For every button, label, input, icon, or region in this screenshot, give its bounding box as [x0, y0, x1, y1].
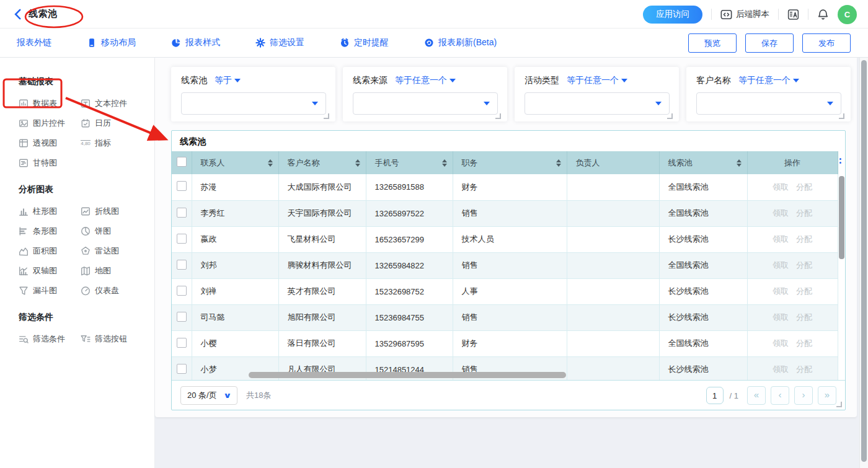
sort-icon[interactable]: [268, 159, 273, 167]
toolbar-tab-mobile-layout[interactable]: 移动布局: [87, 37, 136, 48]
row-action-分配[interactable]: 分配: [796, 260, 812, 270]
column-settings-icon[interactable]: [837, 158, 843, 164]
filter-value-select[interactable]: [525, 92, 670, 115]
column-header-负责人[interactable]: 负责人: [567, 151, 659, 174]
row-checkbox[interactable]: [177, 364, 187, 374]
publish-button[interactable]: 发布: [802, 33, 851, 53]
sidebar-item-gantt[interactable]: 甘特图: [19, 153, 81, 173]
toolbar-tab-report-refresh[interactable]: 报表刷新(Beta): [424, 37, 497, 48]
row-checkbox[interactable]: [177, 208, 187, 218]
text-widget-icon: [81, 99, 91, 108]
sidebar-item-radar-chart[interactable]: 雷达图: [81, 241, 143, 261]
row-checkbox[interactable]: [177, 338, 187, 348]
filter-value-select[interactable]: [353, 92, 498, 115]
bell-icon[interactable]: [817, 9, 829, 20]
sidebar-item-filter-button[interactable]: 筛选按钮: [81, 329, 143, 349]
sidebar-item-image-widget[interactable]: 图片控件: [19, 113, 81, 133]
app-access-button[interactable]: 应用访问: [643, 6, 702, 24]
sidebar-item-map-chart[interactable]: 地图: [81, 261, 143, 281]
filter-operator[interactable]: 等于任意一个: [395, 75, 456, 86]
next-page-button[interactable]: ›: [794, 386, 813, 405]
prev-page-button[interactable]: ‹: [771, 386, 789, 405]
sidebar-item-area-chart[interactable]: 面积图: [19, 241, 81, 261]
sidebar-item-dual-axis-chart[interactable]: 双轴图: [19, 261, 81, 281]
row-action-分配[interactable]: 分配: [796, 208, 812, 218]
filter-value-select[interactable]: [181, 92, 326, 115]
caret-down-icon: [312, 102, 318, 105]
row-action-分配[interactable]: 分配: [796, 338, 812, 348]
sidebar-item-filter-condition[interactable]: 筛选条件: [19, 329, 81, 349]
sidebar-item-metric[interactable]: 4,80指标: [81, 133, 143, 153]
table-vertical-scrollbar[interactable]: [839, 176, 844, 259]
sidebar-item-calendar[interactable]: 日历: [81, 113, 143, 133]
sidebar-item-line-chart[interactable]: 折线图: [81, 201, 143, 221]
save-button[interactable]: 保存: [745, 33, 794, 53]
sort-icon[interactable]: [442, 159, 447, 167]
sidebar-item-gauge-chart[interactable]: 仪表盘: [81, 281, 143, 301]
row-checkbox[interactable]: [177, 286, 187, 296]
sidebar-item-column-chart[interactable]: 柱形图: [19, 201, 81, 221]
toolbar-tab-filter-settings[interactable]: 筛选设置: [255, 37, 304, 48]
column-header-客户名称[interactable]: 客户名称: [278, 151, 366, 174]
column-header-操作[interactable]: 操作: [747, 151, 838, 174]
last-page-button[interactable]: »: [818, 386, 836, 405]
row-action-领取[interactable]: 领取: [773, 234, 789, 244]
preview-button[interactable]: 预览: [688, 33, 737, 53]
row-checkbox[interactable]: [177, 312, 187, 322]
row-action-领取[interactable]: 领取: [773, 338, 789, 348]
sort-icon[interactable]: [355, 159, 360, 167]
row-action-领取[interactable]: 领取: [773, 182, 789, 192]
page-scrollbar-thumb[interactable]: [861, 60, 867, 462]
backend-script-button[interactable]: 后端脚本: [720, 9, 769, 20]
pagination-bar: 20 条/页 ∨ 共18条 / 1 «‹›»: [172, 381, 845, 410]
toolbar-tab-report-style[interactable]: 报表样式: [171, 37, 220, 48]
toolbar-tab-report-external-link[interactable]: 报表外链: [17, 37, 51, 48]
first-page-button[interactable]: «: [747, 386, 766, 405]
sidebar-item-data-table[interactable]: 数据表: [19, 94, 81, 113]
sidebar-item-bar-chart[interactable]: 条形图: [19, 221, 81, 241]
current-page-input[interactable]: [706, 387, 724, 404]
row-action-领取[interactable]: 领取: [773, 260, 789, 270]
row-action-领取[interactable]: 领取: [773, 208, 789, 218]
column-header-职务[interactable]: 职务: [453, 151, 567, 174]
docs-icon[interactable]: [787, 9, 799, 20]
filter-operator[interactable]: 等于任意一个: [738, 75, 799, 86]
column-header-线索池[interactable]: 线索池: [659, 151, 747, 174]
row-action-分配[interactable]: 分配: [796, 182, 812, 192]
page-size-select[interactable]: 20 条/页 ∨: [180, 386, 237, 405]
back-icon[interactable]: [12, 9, 24, 20]
filter-operator[interactable]: 等于任意一个: [567, 75, 627, 86]
toolbar-tab-timed-reminder[interactable]: 定时提醒: [340, 37, 389, 48]
sidebar-item-funnel-chart[interactable]: 漏斗图: [19, 281, 81, 301]
row-checkbox[interactable]: [177, 260, 187, 270]
row-checkbox[interactable]: [177, 234, 187, 244]
cell-position: 销售: [453, 304, 567, 330]
row-action-分配[interactable]: 分配: [796, 364, 812, 374]
select-resize-handle[interactable]: [324, 113, 329, 119]
filter-value-select[interactable]: [696, 92, 841, 115]
row-action-领取[interactable]: 领取: [773, 364, 789, 374]
row-checkbox[interactable]: [177, 181, 187, 191]
column-header-手机号[interactable]: 手机号: [366, 151, 453, 174]
sidebar-item-pie-chart[interactable]: 饼图: [81, 221, 143, 241]
select-resize-handle[interactable]: [495, 113, 501, 119]
select-resize-handle[interactable]: [667, 113, 673, 119]
sidebar-item-pivot-table[interactable]: 透视图: [19, 133, 81, 153]
sort-icon[interactable]: [737, 159, 742, 167]
row-action-分配[interactable]: 分配: [796, 286, 812, 296]
select-all-checkbox[interactable]: [177, 157, 187, 167]
sidebar-item-text-widget[interactable]: 文本控件: [81, 94, 143, 113]
column-header-联系人[interactable]: 联系人: [192, 151, 278, 174]
sort-icon[interactable]: [556, 159, 561, 167]
table-resize-handle[interactable]: [836, 402, 842, 407]
row-action-分配[interactable]: 分配: [796, 312, 812, 322]
avatar[interactable]: C: [838, 5, 857, 24]
row-action-领取[interactable]: 领取: [773, 312, 789, 322]
filter-operator[interactable]: 等于: [215, 75, 241, 86]
select-resize-handle[interactable]: [839, 113, 844, 119]
row-action-领取[interactable]: 领取: [773, 286, 789, 296]
filter-operator-label: 等于任意一个: [738, 75, 790, 86]
row-select-cell: [172, 356, 192, 381]
horizontal-scrollbar[interactable]: [249, 372, 566, 378]
row-action-分配[interactable]: 分配: [796, 234, 812, 244]
